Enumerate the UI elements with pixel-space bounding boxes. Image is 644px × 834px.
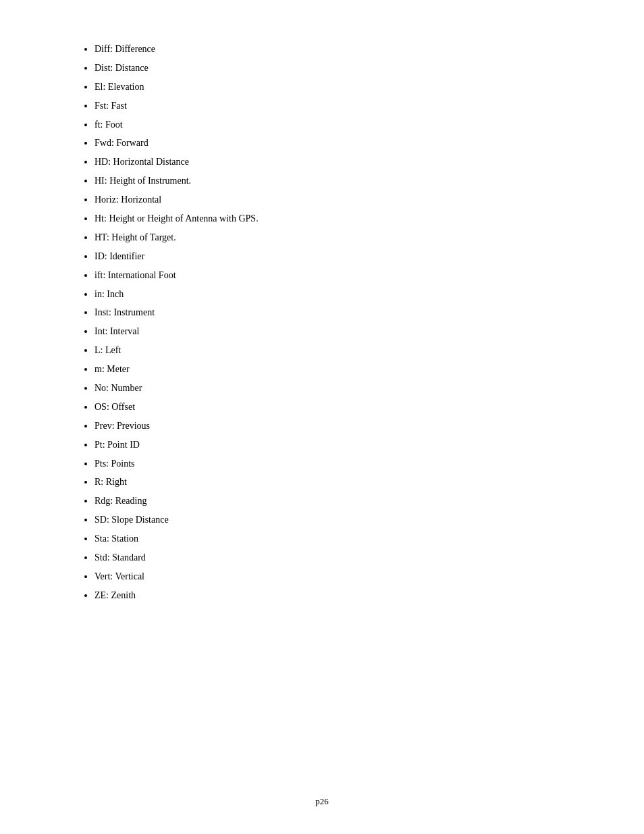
abbreviation-list: Diff: DifferenceDist: DistanceEl: Elevat…	[68, 41, 590, 604]
list-item: Ht: Height or Height of Antenna with GPS…	[95, 210, 590, 228]
list-item: in: Inch	[95, 286, 590, 303]
page-footer: p26	[0, 796, 644, 807]
list-item: ift: International Foot	[95, 267, 590, 284]
list-item: No: Number	[95, 380, 590, 397]
page-content: Diff: DifferenceDist: DistanceEl: Elevat…	[0, 0, 644, 660]
list-item: L: Left	[95, 342, 590, 359]
list-item: Diff: Difference	[95, 41, 590, 58]
list-item: Vert: Vertical	[95, 568, 590, 585]
list-item: HT: Height of Target.	[95, 229, 590, 246]
list-item: HI: Height of Instrument.	[95, 172, 590, 190]
list-item: ZE: Zenith	[95, 587, 590, 604]
list-item: OS: Offset	[95, 398, 590, 416]
list-item: El: Elevation	[95, 78, 590, 96]
list-item: ID: Identifier	[95, 248, 590, 265]
list-item: Pt: Point ID	[95, 436, 590, 454]
list-item: HD: Horizontal Distance	[95, 153, 590, 171]
page-number: p26	[315, 796, 329, 806]
list-item: ft: Foot	[95, 116, 590, 134]
list-item: m: Meter	[95, 361, 590, 378]
list-item: Fst: Fast	[95, 97, 590, 115]
list-item: SD: Slope Distance	[95, 511, 590, 529]
list-item: Inst: Instrument	[95, 304, 590, 321]
list-item: Pts: Points	[95, 455, 590, 473]
list-item: Sta: Station	[95, 530, 590, 548]
list-item: Horiz: Horizontal	[95, 191, 590, 209]
list-item: Int: Interval	[95, 323, 590, 340]
list-item: Std: Standard	[95, 549, 590, 567]
list-item: R: Right	[95, 473, 590, 491]
list-item: Rdg: Reading	[95, 492, 590, 510]
list-item: Prev: Previous	[95, 417, 590, 435]
list-item: Dist: Distance	[95, 59, 590, 77]
list-item: Fwd: Forward	[95, 134, 590, 152]
